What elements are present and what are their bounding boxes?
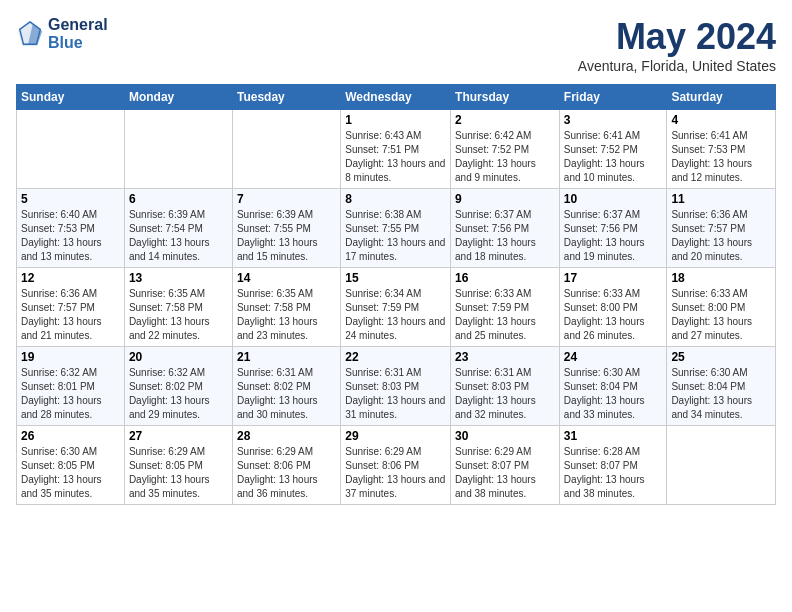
day-number: 4 bbox=[671, 113, 771, 127]
day-number: 27 bbox=[129, 429, 228, 443]
calendar-cell: 29Sunrise: 6:29 AMSunset: 8:06 PMDayligh… bbox=[341, 426, 451, 505]
day-number: 6 bbox=[129, 192, 228, 206]
day-info: Sunrise: 6:37 AMSunset: 7:56 PMDaylight:… bbox=[564, 208, 663, 264]
calendar-table: SundayMondayTuesdayWednesdayThursdayFrid… bbox=[16, 84, 776, 505]
calendar-week-row: 5Sunrise: 6:40 AMSunset: 7:53 PMDaylight… bbox=[17, 189, 776, 268]
calendar-cell bbox=[17, 110, 125, 189]
day-number: 5 bbox=[21, 192, 120, 206]
day-info: Sunrise: 6:39 AMSunset: 7:55 PMDaylight:… bbox=[237, 208, 336, 264]
day-info: Sunrise: 6:42 AMSunset: 7:52 PMDaylight:… bbox=[455, 129, 555, 185]
day-number: 23 bbox=[455, 350, 555, 364]
day-number: 12 bbox=[21, 271, 120, 285]
calendar-cell: 22Sunrise: 6:31 AMSunset: 8:03 PMDayligh… bbox=[341, 347, 451, 426]
day-info: Sunrise: 6:31 AMSunset: 8:03 PMDaylight:… bbox=[455, 366, 555, 422]
day-info: Sunrise: 6:30 AMSunset: 8:04 PMDaylight:… bbox=[671, 366, 771, 422]
day-number: 8 bbox=[345, 192, 446, 206]
day-info: Sunrise: 6:35 AMSunset: 7:58 PMDaylight:… bbox=[129, 287, 228, 343]
day-info: Sunrise: 6:33 AMSunset: 7:59 PMDaylight:… bbox=[455, 287, 555, 343]
day-info: Sunrise: 6:40 AMSunset: 7:53 PMDaylight:… bbox=[21, 208, 120, 264]
day-info: Sunrise: 6:29 AMSunset: 8:06 PMDaylight:… bbox=[237, 445, 336, 501]
calendar-week-row: 1Sunrise: 6:43 AMSunset: 7:51 PMDaylight… bbox=[17, 110, 776, 189]
logo-text: General Blue bbox=[48, 16, 108, 52]
day-number: 25 bbox=[671, 350, 771, 364]
day-info: Sunrise: 6:39 AMSunset: 7:54 PMDaylight:… bbox=[129, 208, 228, 264]
day-info: Sunrise: 6:32 AMSunset: 8:02 PMDaylight:… bbox=[129, 366, 228, 422]
calendar-cell: 20Sunrise: 6:32 AMSunset: 8:02 PMDayligh… bbox=[124, 347, 232, 426]
calendar-cell: 8Sunrise: 6:38 AMSunset: 7:55 PMDaylight… bbox=[341, 189, 451, 268]
day-info: Sunrise: 6:36 AMSunset: 7:57 PMDaylight:… bbox=[21, 287, 120, 343]
day-number: 31 bbox=[564, 429, 663, 443]
day-number: 19 bbox=[21, 350, 120, 364]
weekday-header: Friday bbox=[559, 85, 667, 110]
calendar-week-row: 19Sunrise: 6:32 AMSunset: 8:01 PMDayligh… bbox=[17, 347, 776, 426]
day-number: 30 bbox=[455, 429, 555, 443]
day-number: 28 bbox=[237, 429, 336, 443]
day-number: 7 bbox=[237, 192, 336, 206]
weekday-header: Monday bbox=[124, 85, 232, 110]
location: Aventura, Florida, United States bbox=[578, 58, 776, 74]
calendar-cell: 14Sunrise: 6:35 AMSunset: 7:58 PMDayligh… bbox=[232, 268, 340, 347]
calendar-cell: 21Sunrise: 6:31 AMSunset: 8:02 PMDayligh… bbox=[232, 347, 340, 426]
weekday-header: Thursday bbox=[451, 85, 560, 110]
calendar-cell bbox=[232, 110, 340, 189]
calendar-cell: 9Sunrise: 6:37 AMSunset: 7:56 PMDaylight… bbox=[451, 189, 560, 268]
calendar-cell: 15Sunrise: 6:34 AMSunset: 7:59 PMDayligh… bbox=[341, 268, 451, 347]
day-number: 14 bbox=[237, 271, 336, 285]
day-number: 10 bbox=[564, 192, 663, 206]
calendar-cell: 11Sunrise: 6:36 AMSunset: 7:57 PMDayligh… bbox=[667, 189, 776, 268]
day-info: Sunrise: 6:34 AMSunset: 7:59 PMDaylight:… bbox=[345, 287, 446, 343]
calendar-cell bbox=[124, 110, 232, 189]
day-number: 1 bbox=[345, 113, 446, 127]
weekday-header: Saturday bbox=[667, 85, 776, 110]
day-info: Sunrise: 6:31 AMSunset: 8:03 PMDaylight:… bbox=[345, 366, 446, 422]
calendar-cell: 28Sunrise: 6:29 AMSunset: 8:06 PMDayligh… bbox=[232, 426, 340, 505]
day-number: 17 bbox=[564, 271, 663, 285]
day-number: 24 bbox=[564, 350, 663, 364]
logo-icon bbox=[16, 20, 44, 48]
calendar-cell: 17Sunrise: 6:33 AMSunset: 8:00 PMDayligh… bbox=[559, 268, 667, 347]
day-info: Sunrise: 6:37 AMSunset: 7:56 PMDaylight:… bbox=[455, 208, 555, 264]
calendar-cell: 18Sunrise: 6:33 AMSunset: 8:00 PMDayligh… bbox=[667, 268, 776, 347]
calendar-cell: 19Sunrise: 6:32 AMSunset: 8:01 PMDayligh… bbox=[17, 347, 125, 426]
day-number: 11 bbox=[671, 192, 771, 206]
calendar-cell: 3Sunrise: 6:41 AMSunset: 7:52 PMDaylight… bbox=[559, 110, 667, 189]
calendar-cell: 30Sunrise: 6:29 AMSunset: 8:07 PMDayligh… bbox=[451, 426, 560, 505]
day-info: Sunrise: 6:33 AMSunset: 8:00 PMDaylight:… bbox=[564, 287, 663, 343]
day-number: 26 bbox=[21, 429, 120, 443]
calendar-cell: 5Sunrise: 6:40 AMSunset: 7:53 PMDaylight… bbox=[17, 189, 125, 268]
calendar-cell: 23Sunrise: 6:31 AMSunset: 8:03 PMDayligh… bbox=[451, 347, 560, 426]
day-info: Sunrise: 6:29 AMSunset: 8:06 PMDaylight:… bbox=[345, 445, 446, 501]
weekday-header-row: SundayMondayTuesdayWednesdayThursdayFrid… bbox=[17, 85, 776, 110]
calendar-cell: 13Sunrise: 6:35 AMSunset: 7:58 PMDayligh… bbox=[124, 268, 232, 347]
weekday-header: Wednesday bbox=[341, 85, 451, 110]
day-info: Sunrise: 6:30 AMSunset: 8:05 PMDaylight:… bbox=[21, 445, 120, 501]
logo: General Blue bbox=[16, 16, 108, 52]
calendar-cell: 27Sunrise: 6:29 AMSunset: 8:05 PMDayligh… bbox=[124, 426, 232, 505]
day-info: Sunrise: 6:28 AMSunset: 8:07 PMDaylight:… bbox=[564, 445, 663, 501]
day-info: Sunrise: 6:43 AMSunset: 7:51 PMDaylight:… bbox=[345, 129, 446, 185]
day-number: 3 bbox=[564, 113, 663, 127]
page-header: General Blue May 2024 Aventura, Florida,… bbox=[16, 16, 776, 74]
day-number: 2 bbox=[455, 113, 555, 127]
day-number: 15 bbox=[345, 271, 446, 285]
calendar-cell: 12Sunrise: 6:36 AMSunset: 7:57 PMDayligh… bbox=[17, 268, 125, 347]
day-info: Sunrise: 6:30 AMSunset: 8:04 PMDaylight:… bbox=[564, 366, 663, 422]
day-number: 18 bbox=[671, 271, 771, 285]
day-info: Sunrise: 6:36 AMSunset: 7:57 PMDaylight:… bbox=[671, 208, 771, 264]
calendar-cell: 4Sunrise: 6:41 AMSunset: 7:53 PMDaylight… bbox=[667, 110, 776, 189]
calendar-cell: 24Sunrise: 6:30 AMSunset: 8:04 PMDayligh… bbox=[559, 347, 667, 426]
calendar-cell: 2Sunrise: 6:42 AMSunset: 7:52 PMDaylight… bbox=[451, 110, 560, 189]
day-info: Sunrise: 6:32 AMSunset: 8:01 PMDaylight:… bbox=[21, 366, 120, 422]
day-number: 21 bbox=[237, 350, 336, 364]
month-title: May 2024 bbox=[578, 16, 776, 58]
day-number: 22 bbox=[345, 350, 446, 364]
day-number: 9 bbox=[455, 192, 555, 206]
calendar-cell: 7Sunrise: 6:39 AMSunset: 7:55 PMDaylight… bbox=[232, 189, 340, 268]
day-number: 13 bbox=[129, 271, 228, 285]
calendar-cell: 25Sunrise: 6:30 AMSunset: 8:04 PMDayligh… bbox=[667, 347, 776, 426]
title-section: May 2024 Aventura, Florida, United State… bbox=[578, 16, 776, 74]
day-number: 16 bbox=[455, 271, 555, 285]
calendar-cell: 16Sunrise: 6:33 AMSunset: 7:59 PMDayligh… bbox=[451, 268, 560, 347]
calendar-cell: 10Sunrise: 6:37 AMSunset: 7:56 PMDayligh… bbox=[559, 189, 667, 268]
calendar-cell: 1Sunrise: 6:43 AMSunset: 7:51 PMDaylight… bbox=[341, 110, 451, 189]
